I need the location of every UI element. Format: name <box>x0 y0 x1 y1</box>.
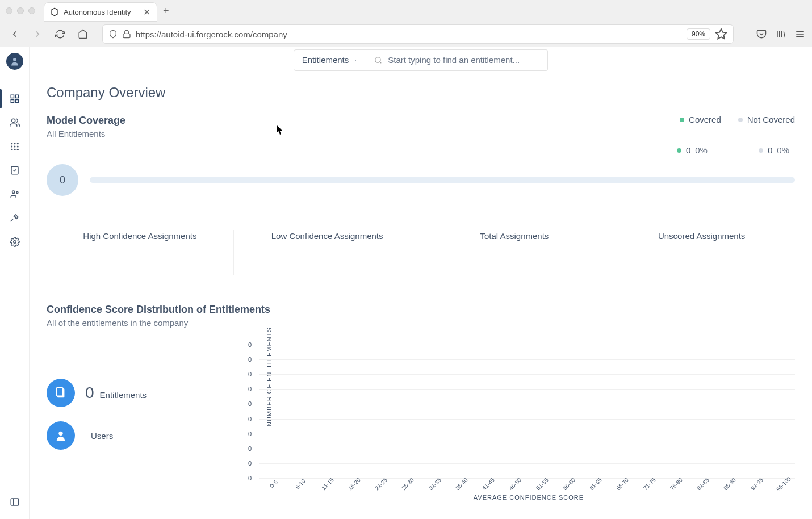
tab-close-btn[interactable]: ✕ <box>142 7 151 16</box>
svg-rect-24 <box>11 499 19 505</box>
stat-covered-pct: 0% <box>695 145 708 155</box>
svg-point-22 <box>16 192 18 194</box>
svg-rect-9 <box>11 100 14 103</box>
svg-point-15 <box>14 146 15 148</box>
nav-rules[interactable] <box>0 206 30 230</box>
bookmark-star-icon[interactable] <box>715 28 727 40</box>
grid-line <box>259 404 795 404</box>
main-content: Entitlements Company Overview Model Cove… <box>30 47 812 519</box>
stat-covered-dot-icon <box>677 148 681 153</box>
svg-point-21 <box>12 191 15 194</box>
stat-covered-count: 0 <box>686 145 690 155</box>
search-input[interactable] <box>388 55 539 65</box>
entitlements-label: Entitlements <box>100 390 147 400</box>
y-tick-label: 0 <box>248 341 252 348</box>
nav-roles[interactable] <box>0 182 30 206</box>
shield-icon <box>108 30 118 39</box>
gavel-icon <box>10 213 20 223</box>
entitlements-value: 0 <box>85 384 94 402</box>
sidebar-collapse-icon <box>10 497 20 507</box>
clipboard-check-icon <box>10 165 20 175</box>
distribution-subtitle: All of the entitlements in the company <box>47 318 795 328</box>
coverage-circle: 0 <box>47 164 78 196</box>
y-tick-label: 0 <box>248 386 252 392</box>
nav-settings[interactable] <box>0 230 30 254</box>
coverage-stats: 0 0% 0 0% <box>47 145 795 155</box>
card-total: Total Assignments <box>421 230 609 275</box>
distribution-body: 0 Entitlements Users <box>47 345 795 501</box>
search-icon <box>374 56 382 64</box>
coverage-stats-wrap: 0 0% 0 0% 0 <box>47 145 795 196</box>
library-icon[interactable] <box>776 29 786 39</box>
avatar[interactable] <box>6 53 23 70</box>
card-unscored: Unscored Assignments <box>608 230 795 275</box>
chart-area: NUMBER OF ENTITLEMENTS 0000000000 0-56-1… <box>223 345 795 501</box>
back-btn[interactable] <box>7 26 23 42</box>
y-tick-label: 0 <box>248 445 252 452</box>
new-tab-btn[interactable]: + <box>163 5 169 17</box>
pocket-icon[interactable] <box>756 29 767 39</box>
legend-covered: Covered <box>680 115 721 124</box>
notcovered-dot-icon <box>738 118 743 122</box>
nav-collapse[interactable] <box>0 490 30 514</box>
svg-marker-1 <box>716 29 726 39</box>
x-labels: 0-56-1011-1516-2021-2526-3031-3536-4041-… <box>262 481 795 487</box>
entity-dropdown[interactable]: Entitlements <box>294 49 367 71</box>
card-high-confidence: High Confidence Assignments <box>47 230 234 275</box>
y-tick-label: 0 <box>248 416 252 422</box>
reload-btn[interactable] <box>52 26 68 42</box>
model-coverage-subtitle: All Entitlements <box>47 129 125 139</box>
browser-tab[interactable]: Autonomous Identity ✕ <box>44 2 157 22</box>
coverage-legend: Covered Not Covered <box>680 115 795 124</box>
card-low-confidence: Low Confidence Assignments <box>234 230 421 275</box>
y-tick-label: 0 <box>248 356 252 363</box>
svg-point-17 <box>11 149 12 150</box>
y-tick-label: 0 <box>248 460 252 467</box>
url-bar[interactable]: https://autoid-ui.forgerock.com/company … <box>102 24 734 44</box>
page-title: Company Overview <box>47 85 795 101</box>
zoom-badge[interactable]: 90% <box>687 28 710 40</box>
people-icon <box>10 189 20 199</box>
y-tick-label: 0 <box>248 371 252 378</box>
svg-rect-7 <box>15 95 18 98</box>
document-icon <box>55 387 67 399</box>
svg-point-19 <box>16 149 18 150</box>
card-unscored-title: Unscored Assignments <box>620 230 784 242</box>
y-tick-label: 0 <box>248 400 252 407</box>
grid-line <box>259 419 795 420</box>
svg-point-23 <box>13 241 16 244</box>
coverage-row: 0 <box>47 164 795 196</box>
nav-dashboard[interactable] <box>0 87 30 111</box>
coverage-bar <box>90 177 795 183</box>
search-group: Entitlements <box>294 49 549 71</box>
users-value-row: Users <box>85 431 113 441</box>
search-box[interactable] <box>366 49 548 71</box>
forward-btn[interactable] <box>30 26 45 42</box>
x-axis-label: AVERAGE CONFIDENCE SCORE <box>262 494 795 501</box>
browser-toolbar: https://autoid-ui.forgerock.com/company … <box>0 22 812 47</box>
nav-entitlements[interactable] <box>0 158 30 182</box>
app-container: Entitlements Company Overview Model Cove… <box>0 47 812 519</box>
distribution-section: Confidence Score Distribution of Entitle… <box>47 304 795 501</box>
svg-line-27 <box>380 61 382 63</box>
svg-rect-6 <box>11 95 14 98</box>
menu-icon[interactable] <box>795 29 805 39</box>
entitlements-value-row: 0 Entitlements <box>85 384 147 402</box>
chart-grid: 0000000000 <box>245 345 795 478</box>
svg-point-5 <box>13 58 16 61</box>
maximize-window-btn[interactable] <box>28 7 35 14</box>
y-tick-label: 0 <box>248 430 252 437</box>
svg-point-10 <box>11 119 15 122</box>
minimize-window-btn[interactable] <box>17 7 24 14</box>
nav-identities[interactable] <box>0 111 30 135</box>
user-avatar-icon <box>10 56 20 66</box>
covered-dot-icon <box>680 118 684 122</box>
svg-point-14 <box>11 146 12 148</box>
tab-favicon-icon <box>50 7 59 16</box>
nav-apps[interactable] <box>0 135 30 158</box>
svg-rect-8 <box>15 100 18 103</box>
legend-covered-label: Covered <box>689 115 721 124</box>
close-window-btn[interactable] <box>6 7 12 14</box>
legend-not-covered: Not Covered <box>738 115 795 124</box>
home-btn[interactable] <box>75 26 91 42</box>
